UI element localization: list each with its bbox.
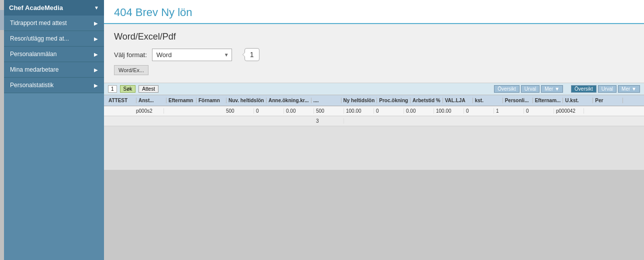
- cell-efternam: 1: [494, 108, 524, 114]
- nav-tabs: Översikt Urval Mer ▼ Översikt Urval Mer …: [494, 85, 640, 93]
- badge-number: 1: [250, 51, 254, 59]
- col-heltidslon: Nuv. heltidslön: [226, 98, 266, 103]
- table-row: 3: [104, 116, 644, 126]
- cell-ny-heltidslon: 3: [314, 118, 344, 124]
- attest-btn[interactable]: Attest: [138, 85, 158, 93]
- sidebar: Chef AcadeMedia ▼ Tidrapport med attest …: [4, 0, 104, 260]
- table-header: ATTEST Anst... Efternamn Förnamn Nuv. he…: [104, 95, 644, 106]
- col-personli: Personli...: [503, 98, 533, 103]
- nav-urval-tab-2[interactable]: Urval: [598, 85, 616, 93]
- col-anst: Anst...: [136, 98, 166, 103]
- sidebar-item-label: Personalstatistik: [10, 82, 54, 89]
- col-kst: kst.: [473, 98, 503, 103]
- cell-anst: p000s2: [134, 108, 164, 114]
- col-per: Per: [593, 98, 623, 103]
- main-content: 404 Brev Ny lön Word/Excel/Pdf Välj form…: [104, 0, 644, 260]
- cell-per: p000042: [554, 108, 584, 114]
- search-button[interactable]: Søk: [120, 85, 136, 93]
- sidebar-item-label: Tidrapport med attest: [10, 20, 67, 27]
- cell-ny-heltidslon: 500: [314, 108, 344, 114]
- col-arbetstid: Arbetstid %: [410, 98, 443, 103]
- nav-mer-tab[interactable]: Mer ▼: [541, 85, 563, 93]
- col-efternamn: Efternamn: [166, 98, 196, 103]
- sidebar-item-arrow-icon: ▶: [94, 36, 98, 42]
- cell-personli: 0: [464, 108, 494, 114]
- word-excel-pdf-section: Word/Excel/Pdf Välj format: Word Excel P…: [104, 24, 644, 83]
- col-val: VAL.LJA: [443, 98, 473, 103]
- tooltip-badge: 1: [244, 48, 260, 61]
- cell-val: 0.00: [404, 108, 434, 114]
- sidebar-header-label: Chef AcadeMedia: [9, 4, 63, 12]
- format-label: Välj format:: [114, 51, 147, 59]
- page-title: 404 Brev Ny lön: [114, 6, 634, 19]
- page-num: 1: [108, 85, 117, 93]
- col-efternam: Efternam...: [533, 98, 564, 103]
- sidebar-header[interactable]: Chef AcadeMedia ▼: [4, 0, 104, 16]
- sidebar-item-resor[interactable]: Resor/utlägg med at... ▶: [4, 31, 104, 47]
- sidebar-scrollbar[interactable]: [0, 0, 4, 260]
- sidebar-item-arrow-icon: ▶: [94, 21, 98, 26]
- page-title-area: 404 Brev Ny lön: [104, 0, 644, 24]
- toolbar-mini: 1 Søk Attest Översikt Urval Mer ▼ Översi…: [104, 83, 644, 95]
- col-ukst: U.kst.: [563, 98, 593, 103]
- format-select[interactable]: Word Excel Pdf: [152, 49, 232, 61]
- sidebar-item-mina-medarbetare[interactable]: Mina medarbetare ▶: [4, 62, 104, 78]
- cell-dots: 0.00: [284, 108, 314, 114]
- cell-kst: 100.00: [434, 108, 464, 114]
- col-attest: ATTEST: [106, 98, 136, 103]
- nav-overview-tab[interactable]: Översikt: [494, 85, 520, 93]
- sidebar-item-arrow-icon: ▶: [94, 83, 98, 88]
- col-ny-heltidslon: Ny heltidslön: [342, 98, 378, 103]
- sidebar-item-arrow-icon: ▶: [94, 52, 98, 57]
- cell-arbetstid: 0: [374, 108, 404, 114]
- sidebar-item-label: Personalanmälan: [10, 51, 56, 58]
- bottom-gray-area: [104, 170, 644, 260]
- data-area: 1 Søk Attest Översikt Urval Mer ▼ Översi…: [104, 83, 644, 170]
- format-select-wrapper: Word Excel Pdf ▼: [152, 49, 232, 61]
- sidebar-item-label: Mina medarbetare: [10, 66, 58, 73]
- cell-anneok: 0: [254, 108, 284, 114]
- col-proc: Proc.ökning: [377, 98, 410, 103]
- button-row: Word/Ex...: [114, 65, 634, 75]
- sidebar-item-tidrapport[interactable]: Tidrapport med attest ▶: [4, 16, 104, 31]
- nav-overview-tab-2[interactable]: Översikt: [571, 85, 596, 93]
- col-fornamn: Förnamn: [196, 98, 226, 103]
- section-title: Word/Excel/Pdf: [114, 32, 634, 42]
- col-dots: ....: [312, 98, 342, 103]
- cell-ukst: 0: [524, 108, 554, 114]
- sidebar-item-personalanmalan[interactable]: Personalanmälan ▶: [4, 47, 104, 62]
- sidebar-item-arrow-icon: ▶: [94, 67, 98, 73]
- nav-mer-tab-2[interactable]: Mer ▼: [618, 85, 640, 93]
- cell-proc: 100.00: [344, 108, 374, 114]
- word-excel-button[interactable]: Word/Ex...: [114, 65, 148, 75]
- col-anneok: Anne.ökning.kr...: [266, 98, 312, 103]
- table-row: p000s2 500 0 0.00 500 100.00 0 0.00 100.…: [104, 106, 644, 116]
- sidebar-arrow-icon: ▼: [94, 5, 99, 11]
- sidebar-item-personalstatistik[interactable]: Personalstatistik ▶: [4, 78, 104, 93]
- cell-heltidslon: 500: [224, 108, 254, 114]
- format-row: Välj format: Word Excel Pdf ▼ 1: [114, 48, 634, 61]
- sidebar-item-label: Resor/utlägg med at...: [10, 35, 69, 42]
- nav-urval-tab[interactable]: Urval: [521, 85, 540, 93]
